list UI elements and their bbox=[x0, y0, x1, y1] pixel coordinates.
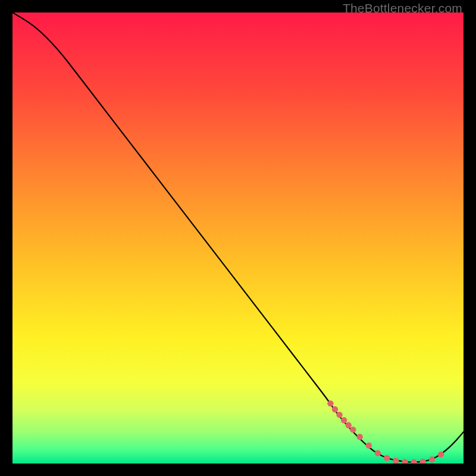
marker-dot bbox=[332, 406, 338, 412]
marker-dot bbox=[350, 427, 356, 433]
marker-dot bbox=[346, 422, 352, 428]
marker-dot bbox=[366, 442, 372, 448]
chart-svg bbox=[12, 12, 464, 464]
chart-plot-area bbox=[12, 12, 464, 464]
watermark-text: TheBottlenecker.com bbox=[343, 1, 462, 15]
marker-dot bbox=[341, 417, 347, 423]
marker-dot bbox=[336, 412, 342, 418]
marker-dot bbox=[438, 452, 444, 458]
marker-dot bbox=[356, 434, 362, 440]
marker-dot bbox=[429, 456, 435, 462]
marker-dot bbox=[375, 450, 381, 456]
marker-dot bbox=[327, 400, 333, 406]
marker-dot bbox=[384, 455, 390, 461]
gradient-background bbox=[12, 12, 464, 464]
